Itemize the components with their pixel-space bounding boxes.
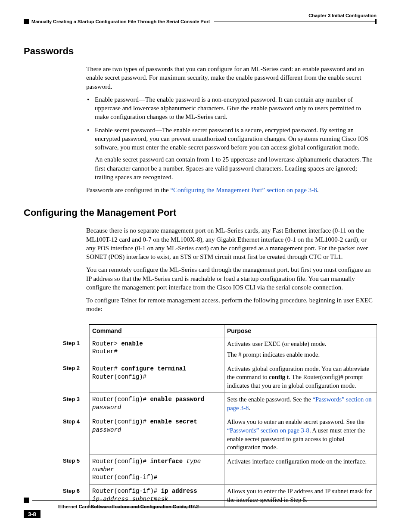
table-row: Step 5Router(config)# interface type num… <box>60 454 377 485</box>
purpose-cell: Sets the enable password. See the “Passw… <box>224 393 377 415</box>
command-cell: Router(config)# enable secret password <box>90 415 224 454</box>
paragraph: To configure Telnet for remote managemen… <box>86 296 377 314</box>
section-body-passwords: There are two types of passwords that yo… <box>86 65 377 194</box>
table-row: Step 3Router(config)# enable passwordpas… <box>60 393 377 415</box>
command-table: Command Purpose Step 1Router> enableRout… <box>60 324 377 508</box>
step-label: Step 1 <box>60 337 90 362</box>
table-row: Step 1Router> enableRouter#Activates use… <box>60 337 377 362</box>
xref-link[interactable]: “Configuring the Management Port” sectio… <box>170 187 317 193</box>
header-rule: Manually Creating a Startup Configuratio… <box>24 19 377 24</box>
step-label: Step 3 <box>60 393 90 415</box>
col-header-command: Command <box>90 324 224 337</box>
paragraph-with-link: Passwords are configured in the “Configu… <box>86 186 377 194</box>
list-item: Enable password—The enable password is a… <box>95 95 377 121</box>
page: Chapter 3 Initial Configuration Manually… <box>0 0 411 532</box>
chapter-label: Chapter 3 Initial Configuration <box>308 13 377 18</box>
step-label: Step 5 <box>60 454 90 485</box>
paragraph: You can remotely configure the ML-Series… <box>86 265 377 292</box>
command-table-wrap: Command Purpose Step 1Router> enableRout… <box>60 324 377 508</box>
paragraph: There are two types of passwords that yo… <box>86 65 377 91</box>
purpose-cell: Activates global configuration mode. You… <box>224 362 377 393</box>
header-subtitle: Manually Creating a Startup Configuratio… <box>31 19 210 24</box>
text-post: . <box>317 187 319 193</box>
list-item: Enable secret password—The enable secret… <box>95 126 377 182</box>
section-heading-config-mgmt-port: Configuring the Management Port <box>24 207 377 218</box>
bullet-text: Enable secret password—The enable secret… <box>95 127 368 151</box>
command-cell: Router> enableRouter# <box>90 337 224 362</box>
command-cell: Router# configure terminalRouter(config)… <box>90 362 224 393</box>
footer-doc-title: Ethernet Card Software Feature and Confi… <box>58 504 377 509</box>
page-footer: Ethernet Card Software Feature and Confi… <box>24 498 377 518</box>
header-right-marker-icon <box>375 19 377 24</box>
section-heading-passwords: Passwords <box>24 46 377 57</box>
text-pre: Passwords are configured in the <box>86 187 170 193</box>
purpose-cell: Activates interface configuration mode o… <box>224 454 377 485</box>
table-row: Step 2Router# configure terminalRouter(c… <box>60 362 377 393</box>
command-cell: Router(config)# enable passwordpassword <box>90 393 224 415</box>
bullet-list: Enable password—The enable password is a… <box>86 95 377 181</box>
running-header: Chapter 3 Initial Configuration <box>24 13 377 18</box>
purpose-cell: Activates user EXEC (or enable) mode.The… <box>224 337 377 362</box>
step-label: Step 2 <box>60 362 90 393</box>
page-number: 3-8 <box>24 510 40 518</box>
paragraph: Because there is no separate management … <box>86 226 377 261</box>
footer-marker-icon <box>24 498 29 503</box>
purpose-cell: Allows you to enter an enable secret pas… <box>224 415 377 454</box>
bullet-text: Enable password—The enable password is a… <box>95 96 361 121</box>
command-cell: Router(config)# interface type numberRou… <box>90 454 224 485</box>
table-header-row: Command Purpose <box>60 324 377 337</box>
bullet-subparagraph: An enable secret password can contain fr… <box>95 155 377 181</box>
step-label: Step 4 <box>60 415 90 454</box>
table-row: Step 4Router(config)# enable secret pass… <box>60 415 377 454</box>
col-header-purpose: Purpose <box>224 324 377 337</box>
section-body-config-mgmt-port: Because there is no separate management … <box>86 226 377 313</box>
header-marker-icon <box>24 19 29 24</box>
